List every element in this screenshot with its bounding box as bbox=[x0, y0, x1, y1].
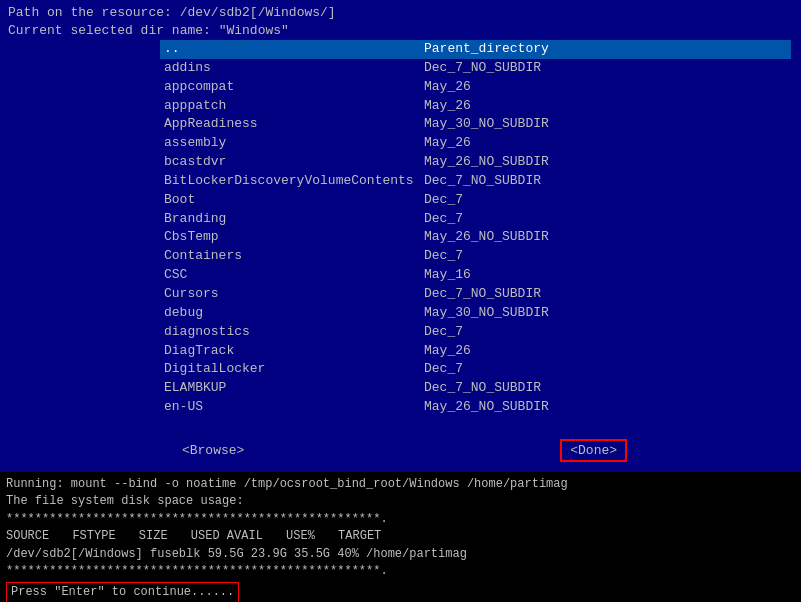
col-target: TARGET bbox=[338, 529, 381, 543]
file-name: BitLockerDiscoveryVolumeContents bbox=[164, 172, 424, 191]
file-date: May_26 bbox=[424, 97, 787, 116]
col-source: SOURCE bbox=[6, 529, 49, 543]
terminal-line-5: /dev/sdb2[/Windows] fuseblk 59.5G 23.9G … bbox=[6, 546, 795, 563]
list-item[interactable]: BitLockerDiscoveryVolumeContentsDec_7_NO… bbox=[160, 172, 791, 191]
terminal-line-2: The file system disk space usage: bbox=[6, 493, 795, 510]
file-date: Dec_7_NO_SUBDIR bbox=[424, 59, 787, 78]
file-date: May_26 bbox=[424, 342, 787, 361]
file-name: AppReadiness bbox=[164, 115, 424, 134]
list-item[interactable]: ..Parent_directory bbox=[160, 40, 791, 59]
buttons-row: <Browse> <Done> bbox=[0, 439, 801, 462]
file-name: addins bbox=[164, 59, 424, 78]
main-dialog: Path on the resource: /dev/sdb2[/Windows… bbox=[0, 0, 801, 472]
file-name: bcastdvr bbox=[164, 153, 424, 172]
list-item[interactable]: assemblyMay_26 bbox=[160, 134, 791, 153]
list-item[interactable]: DiagTrackMay_26 bbox=[160, 342, 791, 361]
list-item[interactable]: DigitalLockerDec_7 bbox=[160, 360, 791, 379]
file-date: Dec_7 bbox=[424, 360, 787, 379]
file-name: apppatch bbox=[164, 97, 424, 116]
file-list-container: ..Parent_directoryaddinsDec_7_NO_SUBDIRa… bbox=[160, 40, 791, 417]
file-name: Cursors bbox=[164, 285, 424, 304]
terminal-line-3: ****************************************… bbox=[6, 511, 795, 528]
file-name: CSC bbox=[164, 266, 424, 285]
terminal-line-4: SOURCE FSTYPE SIZE USED AVAIL USE% TARGE… bbox=[6, 528, 795, 545]
file-list[interactable]: ..Parent_directoryaddinsDec_7_NO_SUBDIRa… bbox=[160, 40, 791, 417]
file-date: May_26_NO_SUBDIR bbox=[424, 398, 787, 417]
col-used: USED AVAIL bbox=[191, 529, 263, 543]
file-date: Parent_directory bbox=[424, 40, 787, 59]
list-item[interactable]: debugMay_30_NO_SUBDIR bbox=[160, 304, 791, 323]
press-enter-container: Press "Enter" to continue...... bbox=[6, 580, 795, 602]
file-date: May_30_NO_SUBDIR bbox=[424, 304, 787, 323]
file-date: May_26_NO_SUBDIR bbox=[424, 228, 787, 247]
list-item[interactable]: CSCMay_16 bbox=[160, 266, 791, 285]
file-date: Dec_7 bbox=[424, 323, 787, 342]
file-name: DigitalLocker bbox=[164, 360, 424, 379]
browse-button[interactable]: <Browse> bbox=[174, 441, 252, 460]
file-date: May_26 bbox=[424, 78, 787, 97]
path-info: Path on the resource: /dev/sdb2[/Windows… bbox=[8, 4, 793, 40]
list-item[interactable]: BrandingDec_7 bbox=[160, 210, 791, 229]
file-date: May_16 bbox=[424, 266, 787, 285]
file-name: Containers bbox=[164, 247, 424, 266]
file-date: May_26_NO_SUBDIR bbox=[424, 153, 787, 172]
file-name: DiagTrack bbox=[164, 342, 424, 361]
file-date: Dec_7 bbox=[424, 247, 787, 266]
list-item[interactable]: BootDec_7 bbox=[160, 191, 791, 210]
file-date: May_30_NO_SUBDIR bbox=[424, 115, 787, 134]
terminal-line-6: ****************************************… bbox=[6, 563, 795, 580]
col-use: USE% bbox=[286, 529, 315, 543]
file-name: debug bbox=[164, 304, 424, 323]
list-item[interactable]: addinsDec_7_NO_SUBDIR bbox=[160, 59, 791, 78]
list-item[interactable]: CursorsDec_7_NO_SUBDIR bbox=[160, 285, 791, 304]
file-name: Boot bbox=[164, 191, 424, 210]
file-date: May_26 bbox=[424, 134, 787, 153]
list-item[interactable]: CbsTempMay_26_NO_SUBDIR bbox=[160, 228, 791, 247]
list-item[interactable]: diagnosticsDec_7 bbox=[160, 323, 791, 342]
file-name: .. bbox=[164, 40, 424, 59]
file-name: appcompat bbox=[164, 78, 424, 97]
file-name: CbsTemp bbox=[164, 228, 424, 247]
done-button[interactable]: <Done> bbox=[560, 439, 627, 462]
file-date: Dec_7 bbox=[424, 210, 787, 229]
press-enter-text: Press "Enter" to continue...... bbox=[6, 582, 239, 602]
path-line: Path on the resource: /dev/sdb2[/Windows… bbox=[8, 4, 793, 22]
list-item[interactable]: appcompatMay_26 bbox=[160, 78, 791, 97]
list-item[interactable]: bcastdvrMay_26_NO_SUBDIR bbox=[160, 153, 791, 172]
selected-dir-line: Current selected dir name: "Windows" bbox=[8, 22, 793, 40]
file-name: ELAMBKUP bbox=[164, 379, 424, 398]
list-item[interactable]: ContainersDec_7 bbox=[160, 247, 791, 266]
terminal-section: Running: mount --bind -o noatime /tmp/oc… bbox=[0, 472, 801, 602]
file-name: diagnostics bbox=[164, 323, 424, 342]
file-name: Branding bbox=[164, 210, 424, 229]
list-item[interactable]: ELAMBKUPDec_7_NO_SUBDIR bbox=[160, 379, 791, 398]
file-name: assembly bbox=[164, 134, 424, 153]
list-item[interactable]: apppatchMay_26 bbox=[160, 97, 791, 116]
col-size: SIZE bbox=[139, 529, 168, 543]
file-date: Dec_7 bbox=[424, 191, 787, 210]
file-date: Dec_7_NO_SUBDIR bbox=[424, 379, 787, 398]
file-name: en-US bbox=[164, 398, 424, 417]
file-date: Dec_7_NO_SUBDIR bbox=[424, 172, 787, 191]
file-date: Dec_7_NO_SUBDIR bbox=[424, 285, 787, 304]
col-fstype: FSTYPE bbox=[72, 529, 115, 543]
list-item[interactable]: AppReadinessMay_30_NO_SUBDIR bbox=[160, 115, 791, 134]
terminal-line-1: Running: mount --bind -o noatime /tmp/oc… bbox=[6, 476, 795, 493]
list-item[interactable]: en-USMay_26_NO_SUBDIR bbox=[160, 398, 791, 417]
